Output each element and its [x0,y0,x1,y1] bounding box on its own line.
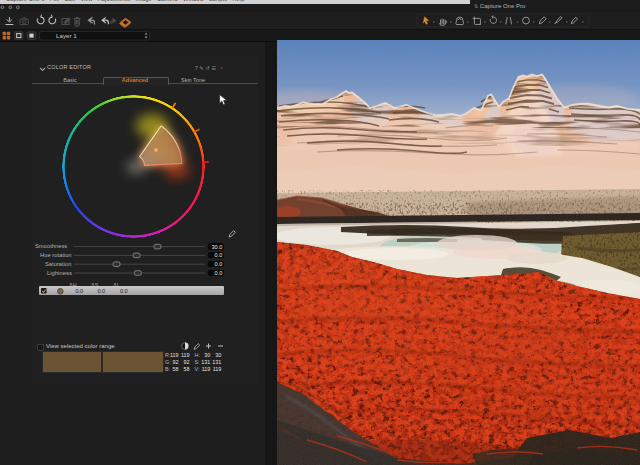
svg-text:Layer 1: Layer 1 [56,32,77,39]
